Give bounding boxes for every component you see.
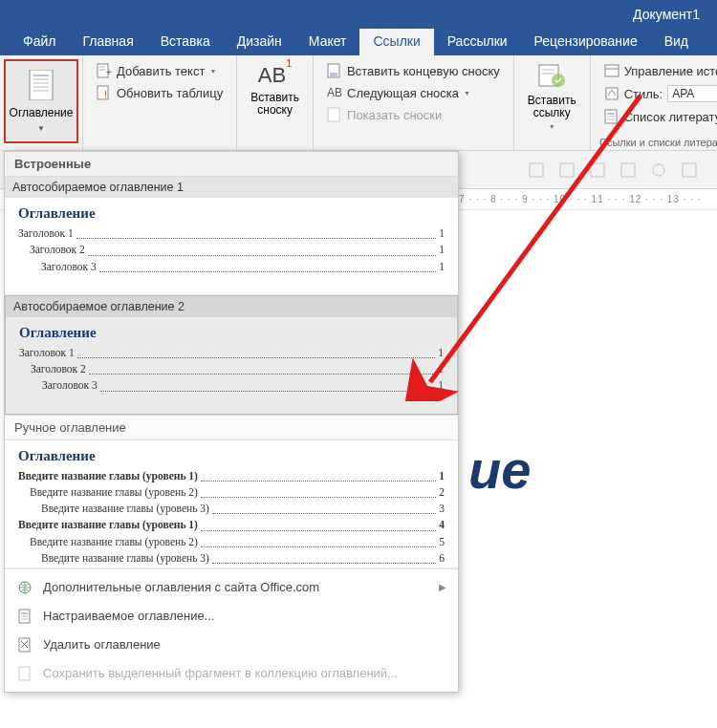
titlebar: Документ1: [0, 0, 717, 29]
style-value[interactable]: APA: [667, 85, 717, 102]
bibliography-button[interactable]: Список литературы: [600, 107, 717, 126]
svg-rect-20: [605, 65, 619, 76]
preview-line: Заголовок 11: [18, 225, 445, 242]
style-label: Стиль:: [624, 87, 663, 101]
add-text-icon: +: [97, 63, 112, 78]
preview-line: Введите название главы (уровень 3)6: [18, 550, 445, 567]
svg-text:+: +: [106, 67, 112, 77]
chevron-down-icon: ▼: [549, 123, 555, 130]
preview-line: Заголовок 31: [18, 259, 445, 275]
document-area[interactable]: ие: [459, 210, 717, 728]
preview-line: Заголовок 21: [18, 242, 445, 258]
remove-toc-label: Удалить оглавление: [43, 637, 161, 652]
preview-line: Введите название главы (уровень 3)3: [18, 501, 445, 517]
preview-line: Введите название главы (уровень 2)5: [18, 534, 445, 550]
document-icon: [16, 608, 33, 625]
qat-icon-3[interactable]: [589, 161, 606, 179]
preview-line: Заголовок 31: [19, 377, 444, 394]
update-table-icon: !: [97, 85, 112, 100]
toc-icon: [28, 70, 54, 103]
document-name: Документ1: [633, 7, 700, 22]
preview-line: Введите название главы (уровень 1)1: [18, 468, 445, 484]
bibliography-icon: [604, 109, 619, 124]
tab-ссылки[interactable]: Ссылки: [359, 29, 433, 55]
qat-icon-2[interactable]: [558, 161, 576, 179]
preview-line: Заголовок 11: [19, 345, 444, 361]
bibliography-label: Список литературы: [624, 110, 717, 124]
next-footnote-label: Следующая сноска: [347, 86, 459, 100]
chevron-down-icon: ▼: [209, 68, 216, 75]
next-footnote-icon: AB: [327, 85, 342, 100]
insert-link-label: Вставить ссылку: [528, 95, 576, 119]
add-text-label: Добавить текст: [117, 64, 205, 78]
tab-дизайн[interactable]: Дизайн: [224, 29, 295, 55]
preview-lines-auto2: Заголовок 11Заголовок 21Заголовок 31: [19, 345, 444, 395]
toc-gallery-item-2[interactable]: Автособираемое оглавление 2 Оглавление З…: [5, 295, 458, 415]
more-from-office-item[interactable]: Дополнительные оглавления с сайта Office…: [5, 573, 458, 602]
tab-макет[interactable]: Макет: [295, 29, 360, 55]
preview-line: Введите название главы (уровень 1)4: [18, 517, 445, 533]
add-text-button[interactable]: + Добавить текст ▼: [93, 61, 227, 80]
show-notes-icon: [327, 107, 342, 122]
chevron-right-icon: ▶: [439, 582, 446, 592]
toc-gallery-item-1-title: Автособираемое оглавление 1: [5, 177, 458, 198]
footnote-icon: AB1: [258, 63, 292, 88]
ribbon-tabs: ФайлГлавнаяВставкаДизайнМакетСсылкиРассы…: [0, 29, 717, 55]
update-table-button[interactable]: ! Обновить таблицу: [93, 83, 227, 102]
qat-icon-5[interactable]: [650, 161, 667, 179]
dropdown-menu: Дополнительные оглавления с сайта Office…: [5, 568, 458, 692]
manage-sources-button[interactable]: Управление источ: [600, 61, 717, 80]
manage-sources-icon: [604, 63, 619, 78]
tab-вид[interactable]: Вид: [651, 29, 702, 55]
style-icon: [604, 86, 619, 101]
insert-endnote-label: Вставить концевую сноску: [347, 64, 500, 78]
svg-text:!: !: [104, 90, 107, 100]
svg-rect-29: [591, 163, 604, 177]
svg-rect-32: [683, 163, 696, 177]
qat-icon-6[interactable]: [681, 161, 698, 179]
show-notes-button[interactable]: Показать сноски: [323, 105, 504, 124]
custom-toc-item[interactable]: Настраиваемое оглавление...: [5, 602, 458, 631]
save-selection-item: Сохранить выделенный фрагмент в коллекци…: [5, 659, 458, 688]
svg-rect-0: [30, 70, 53, 100]
next-footnote-button[interactable]: AB Следующая сноска ▼: [323, 83, 504, 102]
qat-icon-4[interactable]: [619, 161, 637, 179]
toc-dropdown: Встроенные Автособираемое оглавление 1 О…: [4, 151, 459, 693]
insert-footnote-label: Вставить сноску: [250, 92, 299, 117]
dropdown-manual-header: Ручное оглавление: [5, 415, 458, 440]
preview-line: Заголовок 21: [19, 361, 444, 377]
custom-toc-label: Настраиваемое оглавление...: [43, 609, 214, 623]
more-from-office-label: Дополнительные оглавления с сайта Office…: [43, 580, 319, 594]
svg-rect-28: [560, 163, 574, 177]
endnote-icon: [327, 63, 342, 78]
save-selection-icon: [16, 665, 33, 682]
chevron-down-icon: ▼: [464, 90, 470, 96]
toc-button[interactable]: Оглавление ▼: [4, 59, 78, 143]
toc-gallery-item-manual[interactable]: Оглавление Введите название главы (урове…: [5, 440, 458, 568]
remove-toc-item[interactable]: Удалить оглавление: [5, 631, 458, 659]
ribbon: Оглавление ▼ + Добавить текст ▼ ! Обнови…: [0, 55, 717, 151]
ribbon-group-label: Ссылки и списки литературы: [597, 135, 717, 148]
chevron-down-icon: ▼: [37, 124, 45, 133]
update-table-label: Обновить таблицу: [117, 86, 223, 100]
remove-icon: [16, 636, 33, 653]
preview-title: Оглавление: [18, 205, 445, 222]
insert-link-button[interactable]: Вставить ссылку ▼: [520, 59, 584, 134]
style-selector[interactable]: Стиль: APA: [600, 83, 717, 104]
manage-sources-label: Управление источ: [624, 64, 717, 78]
svg-rect-41: [19, 667, 30, 680]
tab-рецензирование[interactable]: Рецензирование: [521, 29, 651, 55]
dropdown-builtin-header: Встроенные: [5, 152, 458, 177]
tab-рассылки[interactable]: Рассылки: [434, 29, 521, 55]
insert-endnote-button[interactable]: Вставить концевую сноску: [323, 61, 504, 80]
svg-rect-15: [328, 108, 339, 121]
tab-вставка[interactable]: Вставка: [147, 29, 224, 55]
svg-rect-27: [530, 163, 543, 177]
document-text-fragment: ие: [459, 439, 531, 501]
insert-footnote-button[interactable]: AB1 Вставить сноску: [243, 59, 307, 120]
qat-icon-1[interactable]: [528, 161, 545, 179]
toc-gallery-item-1[interactable]: Автособираемое оглавление 1 Оглавление З…: [5, 177, 458, 295]
tab-файл[interactable]: Файл: [10, 29, 69, 55]
tab-главная[interactable]: Главная: [69, 29, 146, 55]
toc-button-label: Оглавление: [10, 107, 74, 119]
